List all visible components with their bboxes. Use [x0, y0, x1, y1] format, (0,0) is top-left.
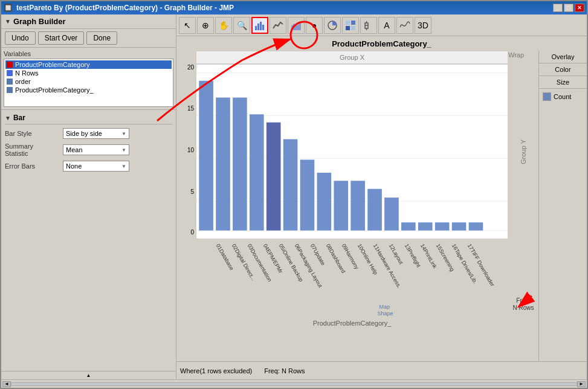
- tool-arrow[interactable]: ↖: [179, 17, 196, 34]
- tool-pie[interactable]: [324, 17, 341, 34]
- maximize-button[interactable]: □: [564, 4, 573, 12]
- graph-toolbar: ↖ ⊕ ✋ 🔍 ●: [176, 14, 587, 36]
- legend-color-swatch: [543, 92, 551, 101]
- tool-boxplot[interactable]: [360, 17, 377, 34]
- start-over-button[interactable]: Start Over: [38, 31, 85, 45]
- bar-7: [300, 159, 315, 230]
- y-tick-20: 20: [187, 64, 194, 71]
- scroll-left-btn[interactable]: ◄: [2, 381, 11, 387]
- legend-label: Count: [554, 93, 571, 100]
- variable-name-3: order: [15, 78, 31, 85]
- variable-item-product-category[interactable]: ProductProblemCategory: [5, 60, 172, 69]
- size-button[interactable]: Size: [539, 76, 587, 89]
- bar-3: [233, 98, 247, 231]
- bar-4: [250, 114, 264, 230]
- summary-statistic-value: Mean: [66, 146, 83, 153]
- variable-item-product-category-2[interactable]: ProductProblemCategory_: [5, 86, 172, 94]
- group-x-label: Group X: [340, 54, 364, 61]
- collapse-triangle[interactable]: ▼: [5, 18, 11, 25]
- tool-line-chart[interactable]: [270, 17, 286, 34]
- tool-crosshair[interactable]: ⊕: [197, 17, 214, 34]
- error-bars-value: None: [66, 162, 82, 170]
- chart-plot: [196, 64, 508, 239]
- tool-area-chart[interactable]: [288, 17, 305, 34]
- bar-style-dropdown[interactable]: Side by side ▼: [63, 128, 129, 139]
- summary-statistic-row: SummaryStatistic Mean ▼: [5, 143, 172, 157]
- bar-10: [351, 181, 365, 230]
- variables-label: Variables: [4, 50, 173, 57]
- legend-area: Count: [539, 89, 587, 104]
- bar-14: [418, 222, 433, 230]
- overlay-panel: Overlay Color Size Count: [538, 51, 587, 361]
- error-bars-label: Error Bars: [5, 162, 59, 170]
- overlay-button[interactable]: Overlay: [539, 51, 587, 63]
- svg-rect-6: [346, 21, 350, 25]
- color-button[interactable]: Color: [539, 63, 587, 76]
- bar-style-value: Side by side: [66, 130, 102, 137]
- tool-bar-chart[interactable]: [251, 17, 268, 34]
- tool-magnify[interactable]: 🔍: [233, 17, 250, 34]
- main-window: 🔲 testPareto By (ProductProblemCategory)…: [0, 0, 588, 389]
- variable-item-order[interactable]: order: [5, 77, 172, 86]
- summary-statistic-dropdown[interactable]: Mean ▼: [63, 144, 129, 155]
- done-button[interactable]: Done: [86, 31, 117, 45]
- scroll-up-btn[interactable]: ▲: [1, 371, 176, 379]
- x-axis-labels: 01Database 02Digital Direct... 03Documen…: [196, 239, 508, 318]
- bar-style-arrow: ▼: [121, 131, 126, 137]
- group-x-header: Group X: [196, 51, 508, 64]
- scroll-right-btn[interactable]: ►: [577, 381, 586, 387]
- wrap-label: Wrap: [508, 51, 524, 59]
- tool-scatter[interactable]: ●: [306, 17, 323, 34]
- graph-area: Group X Wrap 20 15 10: [176, 51, 587, 361]
- panel-toolbar: Undo Start Over Done: [1, 29, 176, 48]
- tool-heatmap[interactable]: [342, 17, 359, 34]
- y-tick-10: 10: [187, 147, 194, 153]
- minimize-button[interactable]: _: [553, 4, 563, 12]
- y-axis-spacer: [176, 51, 196, 64]
- freq-label-area: Freq:N Rows: [508, 239, 538, 318]
- undo-button[interactable]: Undo: [5, 31, 36, 45]
- x-axis-title-row: ProductProblemCategory_: [176, 318, 538, 329]
- variable-icon-blue: [7, 70, 13, 76]
- bar-9: [334, 181, 348, 230]
- variables-box: ProductProblemCategory N Rows order Prod…: [4, 59, 173, 107]
- chart-svg: [196, 65, 508, 239]
- svg-rect-9: [351, 26, 355, 30]
- bar-section: ▼ Bar Bar Style Side by side ▼ SummarySt…: [1, 110, 176, 371]
- where-clause: Where(1 rows excluded): [180, 367, 252, 375]
- window-title: testPareto By (ProductProblemCategory) -…: [16, 4, 234, 12]
- app-icon: 🔲: [4, 4, 13, 12]
- tool-hand[interactable]: ✋: [215, 17, 232, 34]
- tool-wave[interactable]: [396, 17, 413, 34]
- window-controls: _ □ ✕: [553, 4, 584, 12]
- bar-11: [367, 189, 382, 231]
- tool-3d[interactable]: 3D: [415, 17, 431, 34]
- bottom-scrollbar[interactable]: ◄ ►: [1, 379, 587, 388]
- svg-text:12Layout: 12Layout: [388, 243, 404, 266]
- summary-stat-arrow: ▼: [121, 147, 126, 153]
- scroll-track: [11, 382, 577, 386]
- x-axis-title: ProductProblemCategory_: [196, 320, 508, 327]
- graph-title-bar: ProductProblemCategory_: [176, 36, 587, 51]
- variable-item-nrows[interactable]: N Rows: [5, 69, 172, 77]
- main-content: ▼ Graph Builder Undo Start Over Done Var…: [1, 14, 587, 379]
- svg-rect-8: [346, 26, 350, 30]
- svg-text:17TIFF Downloader: 17TIFF Downloader: [467, 243, 496, 288]
- svg-rect-7: [351, 21, 355, 25]
- bar-6: [283, 139, 298, 230]
- x-axis-area: 01Database 02Digital Direct... 03Documen…: [176, 239, 538, 318]
- graph-title: ProductProblemCategory_: [332, 39, 431, 48]
- group-y-area: Group Y: [508, 64, 538, 239]
- bar-1: [199, 81, 213, 231]
- error-bars-dropdown[interactable]: None ▼: [63, 161, 129, 172]
- y-tick-15: 15: [187, 105, 194, 112]
- close-button[interactable]: ✕: [575, 4, 584, 12]
- freq-label: Freq:N Rows: [512, 297, 534, 312]
- svg-rect-1: [257, 24, 259, 30]
- tool-text[interactable]: A: [378, 17, 395, 34]
- wrap-header: Wrap: [508, 51, 538, 64]
- x-axis-svg: 01Database 02Digital Direct... 03Documen…: [196, 239, 508, 318]
- bar-12: [384, 198, 399, 231]
- title-bar-title: 🔲 testPareto By (ProductProblemCategory)…: [4, 4, 234, 12]
- bar-section-triangle[interactable]: ▼: [5, 115, 11, 121]
